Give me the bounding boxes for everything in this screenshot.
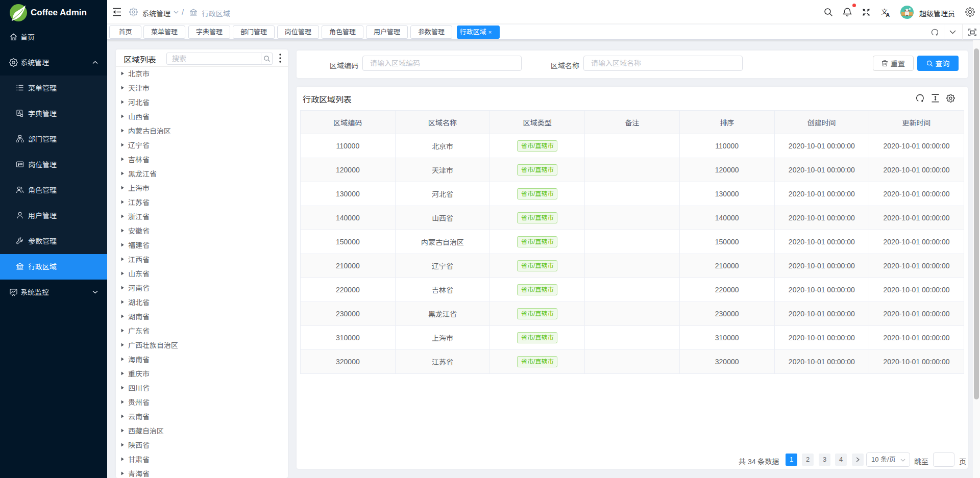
svg-text:A: A	[886, 12, 890, 17]
